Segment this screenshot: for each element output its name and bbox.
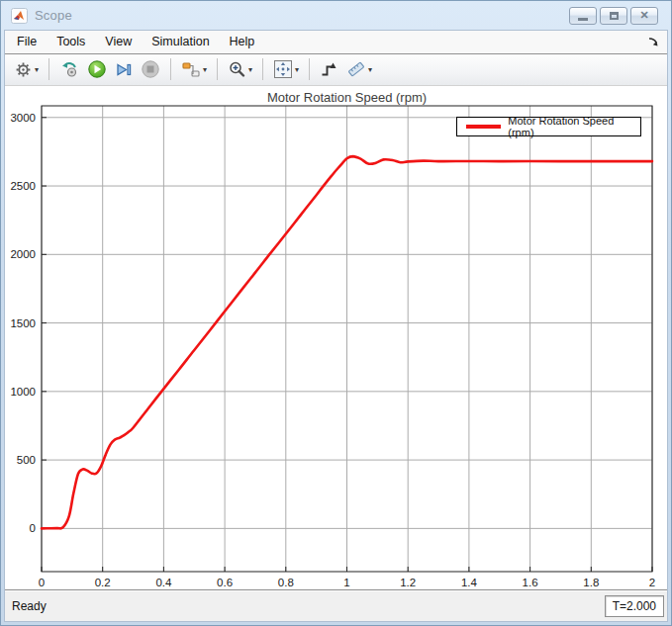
signal-selector-button[interactable]: ▾	[178, 57, 210, 82]
step-forward-icon	[115, 60, 133, 79]
matlab-logo-icon	[11, 8, 29, 24]
svg-text:0.2: 0.2	[95, 577, 111, 588]
legend[interactable]: Motor Rotation Speed (rpm)	[456, 117, 641, 136]
svg-text:1.6: 1.6	[523, 577, 538, 588]
legend-swatch	[466, 125, 501, 129]
maximize-button[interactable]	[600, 7, 627, 25]
svg-text:0.6: 0.6	[217, 577, 233, 588]
svg-text:1000: 1000	[10, 386, 36, 398]
dropdown-caret-icon: ▾	[295, 65, 299, 74]
scope-display: 00.20.40.60.811.21.41.61.820500100015002…	[5, 86, 667, 589]
measurements-button[interactable]: ▾	[343, 56, 375, 82]
menu-simulation[interactable]: Simulation	[142, 31, 219, 53]
menu-tools[interactable]: Tools	[47, 31, 95, 53]
svg-text:1: 1	[343, 577, 349, 588]
dropdown-caret-icon: ▾	[203, 65, 207, 74]
gear-icon	[14, 60, 33, 79]
svg-text:0.8: 0.8	[278, 577, 294, 588]
trigger-button[interactable]	[317, 57, 341, 82]
window-title: Scope	[35, 8, 72, 23]
sim-time-readout: T=2.000	[605, 595, 664, 617]
step-forward-button[interactable]	[112, 57, 136, 82]
svg-text:1500: 1500	[10, 316, 36, 328]
scope-window: Scope ✕ File Tools View Simulation Help	[0, 0, 672, 626]
dock-arrow-icon[interactable]	[647, 35, 661, 48]
menu-bar: File Tools View Simulation Help	[5, 31, 667, 53]
plot-canvas[interactable]: 00.20.40.60.811.21.41.61.820500100015002…	[5, 86, 667, 589]
svg-text:2500: 2500	[10, 180, 36, 192]
run-button[interactable]	[84, 56, 110, 82]
svg-text:2000: 2000	[10, 248, 36, 260]
toolbar: ▾	[5, 53, 667, 86]
svg-text:1.2: 1.2	[400, 577, 416, 588]
toolbar-separator	[262, 58, 263, 80]
pan-fit-icon	[273, 59, 293, 79]
fit-to-view-button[interactable]: ▾	[270, 56, 302, 82]
restore-icon	[610, 12, 619, 20]
dropdown-caret-icon: ▾	[35, 65, 39, 74]
show-simulink-block-button[interactable]	[56, 57, 82, 82]
close-button[interactable]: ✕	[630, 7, 658, 25]
run-icon	[87, 59, 107, 79]
minimize-icon	[578, 18, 588, 21]
status-bar: Ready T=2.000	[5, 589, 667, 621]
minimize-button[interactable]	[569, 7, 597, 25]
zoom-button[interactable]: ▾	[225, 57, 255, 82]
title-bar[interactable]: Scope ✕	[4, 1, 668, 30]
trigger-icon	[320, 60, 338, 79]
stop-button[interactable]	[138, 56, 163, 82]
toolbar-separator	[217, 58, 218, 80]
simulink-block-icon	[59, 60, 79, 79]
menu-help[interactable]: Help	[220, 31, 265, 53]
signal-blocks-icon	[181, 60, 201, 79]
toolbar-separator	[48, 58, 49, 80]
svg-text:1.8: 1.8	[583, 577, 599, 588]
status-text: Ready	[12, 599, 47, 613]
toolbar-separator	[309, 58, 310, 80]
zoom-in-icon	[228, 60, 246, 79]
svg-text:0.4: 0.4	[155, 577, 172, 588]
menu-view[interactable]: View	[95, 31, 142, 53]
svg-text:2: 2	[649, 577, 655, 588]
close-icon: ✕	[639, 10, 648, 21]
stop-icon	[141, 59, 160, 79]
svg-text:0: 0	[30, 522, 36, 534]
toolbar-separator	[170, 58, 171, 80]
svg-text:3000: 3000	[10, 112, 36, 124]
dropdown-caret-icon: ▾	[368, 65, 372, 74]
ruler-icon	[346, 59, 366, 79]
settings-gear-button[interactable]: ▾	[11, 57, 42, 82]
legend-label: Motor Rotation Speed (rpm)	[508, 115, 640, 138]
menu-file[interactable]: File	[7, 31, 47, 53]
svg-text:1.4: 1.4	[461, 577, 478, 588]
chart-title: Motor Rotation Speed (rpm)	[42, 90, 652, 105]
svg-text:500: 500	[17, 454, 36, 466]
dropdown-caret-icon: ▾	[248, 65, 252, 74]
svg-text:0: 0	[39, 577, 45, 588]
